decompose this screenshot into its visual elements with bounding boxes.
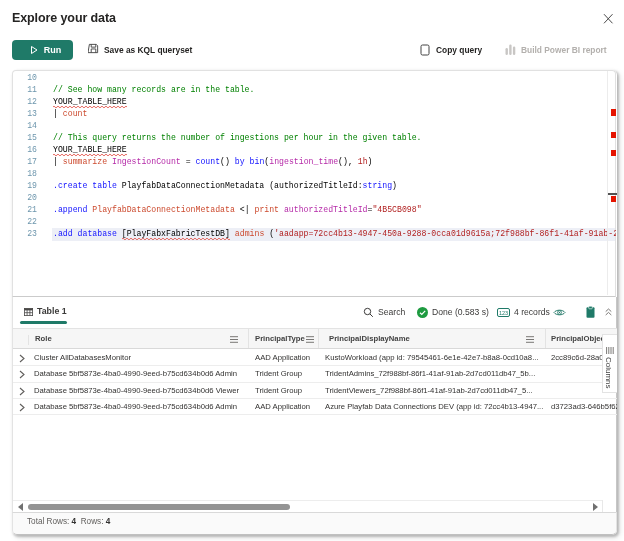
svg-text:123: 123 [499,310,508,316]
